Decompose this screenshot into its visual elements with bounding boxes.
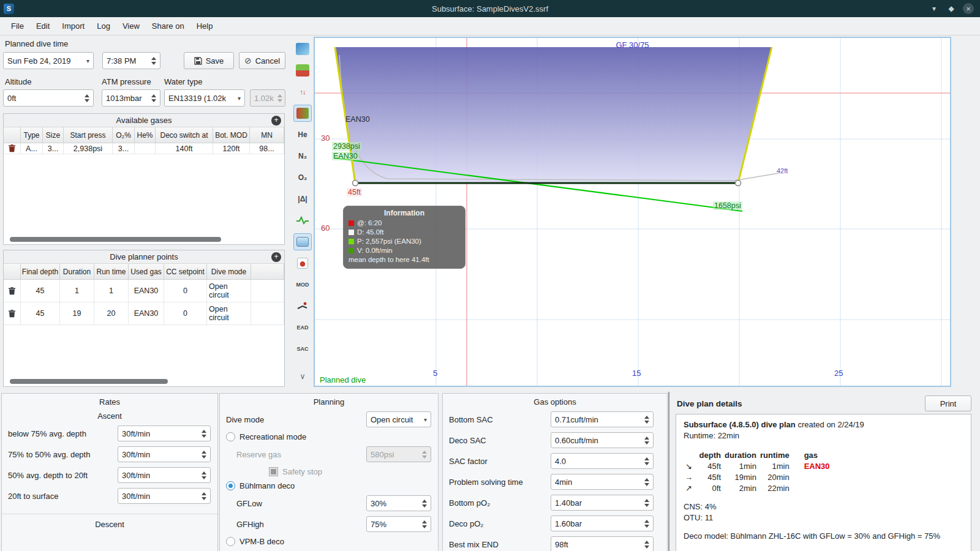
pp-n2-icon[interactable]: N₂	[293, 148, 312, 165]
dive-time-input[interactable]: 7:38 PM	[102, 52, 160, 69]
gas-change-icon[interactable]	[293, 255, 312, 272]
gfhigh-input[interactable]: 75%	[366, 516, 431, 532]
menu-edit[interactable]: Edit	[30, 18, 56, 34]
radio-checked-icon[interactable]	[226, 481, 235, 490]
spinner-arrows[interactable]	[81, 94, 89, 102]
point-runtime[interactable]: 20	[94, 302, 129, 325]
sac-factor-input[interactable]: 4.0	[551, 453, 654, 469]
profile-handle[interactable]	[353, 181, 358, 186]
delete-point-icon[interactable]	[4, 302, 21, 325]
close-window-icon[interactable]: ×	[963, 3, 974, 14]
menu-log[interactable]: Log	[91, 18, 116, 34]
point-runtime[interactable]: 1	[94, 280, 129, 302]
pp-o2-icon[interactable]: O₂	[293, 169, 312, 186]
bottom-po2-input[interactable]: 1.40bar	[551, 495, 654, 511]
recreational-mode-option[interactable]: Recreational mode	[220, 430, 438, 444]
sac-icon[interactable]: SAC	[293, 340, 312, 358]
spinner-arrows[interactable]	[198, 492, 206, 500]
points-hscrollbar[interactable]	[10, 379, 168, 384]
point-setpoint[interactable]: 0	[164, 280, 207, 302]
panel-splitter[interactable]	[668, 392, 669, 551]
point-mode[interactable]: Open circuit	[207, 280, 251, 302]
spinner-arrows[interactable]	[641, 520, 649, 528]
gas-he[interactable]	[135, 143, 156, 154]
add-gas-button[interactable]: +	[271, 116, 281, 126]
ascent-rate-75-input[interactable]: 30ft/min	[118, 425, 211, 441]
point-duration[interactable]: 1	[60, 280, 94, 302]
swimmer-icon[interactable]	[293, 298, 312, 315]
gases-hscrollbar[interactable]	[10, 237, 221, 242]
add-point-button[interactable]: +	[271, 252, 281, 262]
ead-icon[interactable]: EAD	[293, 319, 312, 336]
dc-ceiling-icon[interactable]	[293, 62, 312, 79]
radio-unchecked-icon[interactable]	[226, 537, 235, 546]
point-depth[interactable]: 45	[21, 302, 60, 325]
spinner-arrows[interactable]	[641, 541, 649, 549]
spinner-arrows[interactable]	[641, 499, 649, 507]
point-row[interactable]: 45 1 1 EAN30 0 Open circuit	[4, 280, 284, 302]
dive-date-select[interactable]: Sun Feb 24, 2019 ▾	[3, 52, 94, 69]
cancel-button[interactable]: ⊘ Cancel	[239, 52, 285, 69]
spinner-arrows[interactable]	[198, 430, 206, 438]
point-setpoint[interactable]: 0	[164, 302, 207, 325]
point-gas[interactable]: EAN30	[129, 280, 164, 302]
heart-rate-icon[interactable]	[293, 212, 312, 229]
spinner-arrows[interactable]	[198, 451, 206, 459]
vpmb-deco-option[interactable]: VPM-B deco	[220, 534, 438, 549]
print-button[interactable]: Print	[925, 395, 971, 411]
dive-mode-select[interactable]: Open circuit ▾	[366, 411, 431, 427]
gas-mnd[interactable]: 98...	[250, 143, 284, 154]
deco-po2-input[interactable]: 1.60bar	[551, 515, 654, 531]
ascent-rate-surface-input[interactable]: 30ft/min	[118, 488, 211, 504]
spinner-arrows[interactable]	[418, 520, 427, 528]
menu-file[interactable]: File	[5, 18, 30, 34]
buhlmann-deco-option[interactable]: Bühlmann deco	[220, 479, 438, 493]
spinner-arrows[interactable]	[641, 437, 649, 444]
delete-gas-icon[interactable]	[4, 143, 21, 154]
point-mode[interactable]: Open circuit	[207, 302, 251, 325]
point-gas[interactable]: EAN30	[129, 302, 164, 325]
radio-unchecked-icon[interactable]	[226, 432, 235, 441]
gas-start-press[interactable]: 2,938psi	[64, 143, 113, 154]
bottom-sac-input[interactable]: 0.71cuft/min	[551, 411, 654, 427]
profile-handle[interactable]	[736, 181, 741, 186]
save-button[interactable]: Save	[184, 52, 234, 69]
point-duration[interactable]: 19	[60, 302, 94, 325]
spinner-arrows[interactable]	[148, 94, 156, 102]
point-row[interactable]: 45 19 20 EAN30 0 Open circuit	[4, 302, 284, 325]
point-depth[interactable]: 45	[21, 280, 60, 302]
spinner-arrows[interactable]	[641, 478, 649, 486]
ruler-icon[interactable]: |Δ|	[293, 190, 312, 208]
calculated-ceiling-icon[interactable]: ↑↓	[293, 83, 312, 100]
gas-o2[interactable]: 3...	[113, 143, 135, 154]
shade-window-icon[interactable]: ▾	[929, 3, 940, 14]
spinner-arrows[interactable]	[148, 57, 156, 65]
maximize-window-icon[interactable]: ◆	[946, 3, 957, 14]
best-mix-end-input[interactable]: 98ft	[551, 536, 654, 551]
gas-type[interactable]: A...	[21, 143, 43, 154]
gas-deco-switch[interactable]: 140ft	[156, 143, 213, 154]
menu-import[interactable]: Import	[56, 18, 91, 34]
tissue-heatmap-icon[interactable]	[293, 105, 312, 122]
problem-solving-time-input[interactable]: 4min	[551, 474, 654, 490]
menu-share-on[interactable]: Share on	[146, 18, 190, 34]
dive-profile-chart[interactable]: GF 30/75 30 60 5 15 25 EAN30 2938psi EAN…	[314, 37, 951, 387]
spinner-arrows[interactable]	[418, 500, 427, 508]
water-type-select[interactable]: EN13319 (1.02k ▾	[164, 89, 245, 107]
menu-help[interactable]: Help	[190, 18, 219, 34]
ascent-rate-50-input[interactable]: 30ft/min	[118, 446, 211, 462]
atm-pressure-input[interactable]: 1013mbar	[102, 89, 160, 107]
gflow-input[interactable]: 30%	[366, 495, 431, 511]
profile-scale-icon[interactable]	[293, 40, 312, 58]
ascent-rate-20ft-input[interactable]: 30ft/min	[118, 467, 211, 483]
menu-view[interactable]: View	[116, 18, 146, 34]
collapse-toolbar-icon[interactable]: ∨	[293, 367, 312, 384]
gas-bot-mod[interactable]: 120ft	[213, 143, 250, 154]
spinner-arrows[interactable]	[641, 457, 649, 465]
spinner-arrows[interactable]	[641, 416, 649, 424]
mod-icon[interactable]: MOD	[293, 276, 312, 293]
spinner-arrows[interactable]	[198, 471, 206, 479]
gas-size[interactable]: 3...	[43, 143, 64, 154]
deco-sac-input[interactable]: 0.60cuft/min	[551, 432, 654, 448]
show-photos-icon[interactable]	[293, 233, 312, 250]
